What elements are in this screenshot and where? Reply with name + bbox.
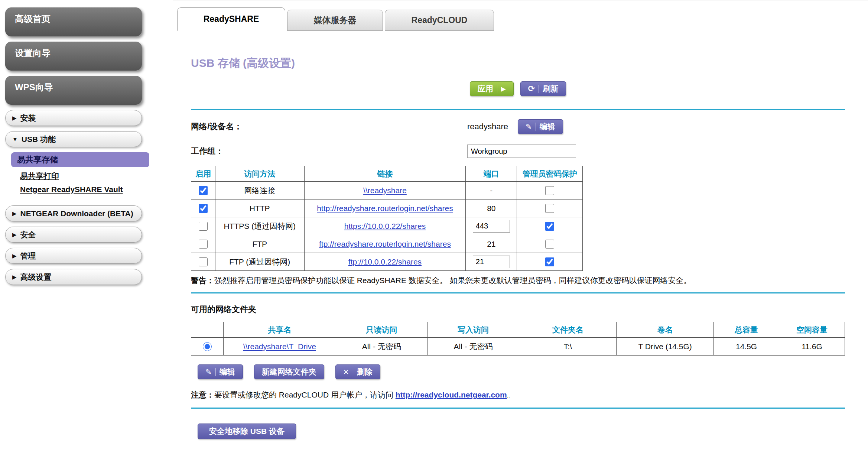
expanded-arrow-icon: ▼ <box>12 136 18 142</box>
separator-rule <box>191 109 845 110</box>
sidebar-item-setup[interactable]: ▶ 安装 <box>5 110 142 126</box>
password-protect-checkbox[interactable] <box>545 204 554 213</box>
column-header-read-access: 只读访问 <box>336 322 427 338</box>
password-protect-checkbox[interactable] <box>545 222 554 231</box>
safely-remove-usb-button[interactable]: 安全地移除 USB 设备 <box>198 424 296 439</box>
access-link[interactable]: \\readyshare <box>363 186 407 195</box>
remove-usb-row: 安全地移除 USB 设备 <box>191 424 845 439</box>
refresh-icon: ⟳ <box>528 85 535 93</box>
column-header-select <box>191 322 224 338</box>
button-divider <box>215 368 216 376</box>
access-method-cell: 网络连接 <box>215 182 304 199</box>
port-input[interactable] <box>473 256 510 268</box>
sidebar: 高级首页 设置向导 WPS向导 ▶ 安装 ▼ USB 功能 易共享存储 易共享打… <box>0 0 173 451</box>
share-name-link[interactable]: \\readyshare\T_Drive <box>243 342 316 351</box>
network-folders-heading: 可用的网络文件夹 <box>191 304 845 315</box>
apply-button-label: 应用 <box>478 84 493 94</box>
content-area: USB 存储 (高级设置) 应用 ▶ ⟳ 刷新 网络/设备名： readysha… <box>173 56 868 451</box>
sidebar-item-security[interactable]: ▶ 安全 <box>5 227 142 243</box>
tab-readyshare[interactable]: ReadySHARE <box>177 7 285 31</box>
table-row: \\readyshare\T_Drive All - 无密码 All - 无密码… <box>191 338 845 356</box>
sidebar-item-readyshare-storage[interactable]: 易共享存储 <box>11 152 149 167</box>
access-link[interactable]: ftp://10.0.0.22/shares <box>348 257 422 266</box>
workgroup-label: 工作组： <box>191 146 467 157</box>
sidebar-item-readyshare-vault[interactable]: Netgear ReadySHARE Vault <box>20 185 173 194</box>
access-link[interactable]: http://readyshare.routerlogin.net/shares <box>317 204 453 212</box>
button-divider <box>497 85 497 93</box>
access-link[interactable]: ftp://readyshare.routerlogin.net/shares <box>319 240 451 248</box>
free-capacity-cell: 11.6G <box>779 338 845 356</box>
refresh-button-label: 刷新 <box>543 84 558 94</box>
sidebar-button-label: 高级首页 <box>15 14 51 24</box>
table-row: HTTPS (通过因特网) https://10.0.0.22/shares <box>191 217 583 235</box>
enable-checkbox[interactable] <box>199 186 208 195</box>
collapsed-arrow-icon: ▶ <box>12 210 17 217</box>
main-panel: ReadySHARE 媒体服务器 ReadyCLOUD USB 存储 (高级设置… <box>173 0 868 451</box>
pencil-icon: ✎ <box>205 367 212 376</box>
device-name-value: readyshare <box>467 122 508 132</box>
device-name-row: 网络/设备名： readyshare ✎ 编辑 <box>191 119 845 134</box>
column-header-share-name: 共享名 <box>223 322 336 338</box>
sidebar-item-label: 安装 <box>20 113 36 123</box>
column-header-volume-name: 卷名 <box>617 322 714 338</box>
enable-checkbox[interactable] <box>199 222 208 231</box>
sidebar-button-wps-wizard[interactable]: WPS向导 <box>5 76 142 105</box>
sidebar-item-label: 高级设置 <box>20 272 52 282</box>
access-method-cell: FTP (通过因特网) <box>215 253 304 271</box>
table-header-row: 启用 访问方法 链接 端口 管理员密码保护 <box>191 166 583 182</box>
sidebar-item-netgear-downloader[interactable]: ▶ NETGEAR Downloader (BETA) <box>5 205 142 221</box>
sidebar-item-advanced-settings[interactable]: ▶ 高级设置 <box>5 269 142 285</box>
sidebar-divider <box>5 200 153 200</box>
readycloud-note: 注意：要设置或修改您的 ReadyCLOUD 用户帐户，请访问 http://r… <box>191 390 845 400</box>
sidebar-item-usb-features[interactable]: ▼ USB 功能 <box>5 131 142 147</box>
port-cell: - <box>466 182 517 199</box>
page-title: USB 存储 (高级设置) <box>191 56 845 71</box>
collapsed-arrow-icon: ▶ <box>12 274 17 280</box>
column-header-total-capacity: 总容量 <box>714 322 779 338</box>
column-header-folder-name: 文件夹名 <box>519 322 617 338</box>
apply-button[interactable]: 应用 ▶ <box>470 81 514 96</box>
total-capacity-cell: 14.5G <box>714 338 779 356</box>
column-header-enable: 启用 <box>191 166 215 182</box>
readycloud-link[interactable]: http://readycloud.netgear.com <box>396 390 507 399</box>
table-row: FTP (通过因特网) ftp://10.0.0.22/shares <box>191 253 583 271</box>
sidebar-item-administration[interactable]: ▶ 管理 <box>5 248 142 264</box>
delete-folder-label: 删除 <box>357 367 373 377</box>
table-header-row: 共享名 只读访问 写入访问 文件夹名 卷名 总容量 空闲容量 <box>191 322 845 338</box>
enable-checkbox[interactable] <box>199 240 208 249</box>
column-header-link: 链接 <box>304 166 466 182</box>
sidebar-item-label: USB 功能 <box>22 134 56 145</box>
collapsed-arrow-icon: ▶ <box>12 115 17 121</box>
folder-select-radio[interactable] <box>203 342 212 351</box>
access-methods-table: 启用 访问方法 链接 端口 管理员密码保护 网络连接 \\readyshare … <box>191 166 583 271</box>
password-protect-checkbox[interactable] <box>545 240 554 249</box>
password-protect-checkbox[interactable] <box>545 257 554 266</box>
edit-folder-label: 编辑 <box>220 367 235 377</box>
edit-folder-button[interactable]: ✎ 编辑 <box>198 364 243 379</box>
enable-checkbox[interactable] <box>199 257 208 266</box>
sidebar-button-advanced-home[interactable]: 高级首页 <box>5 7 142 36</box>
folder-name-cell: T:\ <box>519 338 617 356</box>
port-cell: 21 <box>466 235 517 253</box>
separator-rule <box>191 292 845 293</box>
new-folder-label: 新建网络文件夹 <box>262 367 316 377</box>
sidebar-button-label: WPS向导 <box>15 82 53 92</box>
enable-checkbox[interactable] <box>199 204 208 213</box>
delete-folder-button[interactable]: ✕ 删除 <box>335 364 380 379</box>
table-row: FTP ftp://readyshare.routerlogin.net/sha… <box>191 235 583 253</box>
column-header-port: 端口 <box>466 166 517 182</box>
edit-device-name-button[interactable]: ✎ 编辑 <box>518 119 563 134</box>
edit-button-label: 编辑 <box>540 121 555 132</box>
port-cell: 80 <box>466 199 517 217</box>
new-network-folder-button[interactable]: 新建网络文件夹 <box>254 364 324 379</box>
sidebar-button-setup-wizard[interactable]: 设置向导 <box>5 42 142 71</box>
workgroup-input[interactable] <box>467 145 576 158</box>
tab-readycloud[interactable]: ReadyCLOUD <box>385 10 494 31</box>
tab-media-server[interactable]: 媒体服务器 <box>287 10 383 31</box>
port-input[interactable] <box>473 220 510 233</box>
password-protect-checkbox[interactable] <box>545 186 554 195</box>
access-link[interactable]: https://10.0.0.22/shares <box>344 222 426 230</box>
refresh-button[interactable]: ⟳ 刷新 <box>520 81 566 96</box>
sidebar-item-readyshare-print[interactable]: 易共享打印 <box>20 171 173 181</box>
column-header-write-access: 写入访问 <box>427 322 519 338</box>
